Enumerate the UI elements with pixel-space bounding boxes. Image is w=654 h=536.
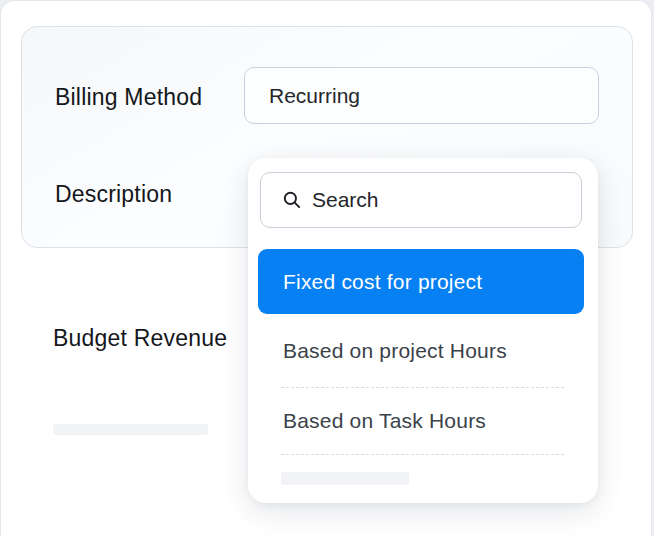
search-icon — [283, 191, 301, 209]
dropdown-search-input[interactable] — [312, 188, 552, 212]
page-card: Billing Method Recurring Description Bud… — [0, 0, 652, 536]
budget-revenue-label: Budget Revenue — [53, 322, 227, 354]
billing-method-value: Recurring — [269, 84, 360, 108]
dropdown-option-label: Based on Task Hours — [283, 409, 486, 433]
billing-method-select[interactable]: Recurring — [244, 67, 599, 124]
dropdown-option-task-hours[interactable]: Based on Task Hours — [248, 388, 598, 454]
dropdown-option-fixed-cost[interactable]: Fixed cost for project — [258, 249, 584, 314]
dropdown-search-box[interactable] — [260, 172, 582, 228]
screenshot-canvas: Billing Method Recurring Description Bud… — [0, 0, 654, 536]
billing-type-dropdown: Fixed cost for project Based on project … — [248, 158, 598, 503]
budget-revenue-placeholder-bar — [53, 424, 208, 435]
billing-method-label: Billing Method — [55, 81, 202, 113]
description-label: Description — [55, 178, 172, 210]
dropdown-divider — [281, 454, 564, 455]
dropdown-option-project-hours[interactable]: Based on project Hours — [248, 314, 598, 387]
dropdown-option-label: Fixed cost for project — [283, 270, 482, 294]
dropdown-option-placeholder-bar — [281, 472, 409, 485]
dropdown-option-label: Based on project Hours — [283, 339, 507, 363]
